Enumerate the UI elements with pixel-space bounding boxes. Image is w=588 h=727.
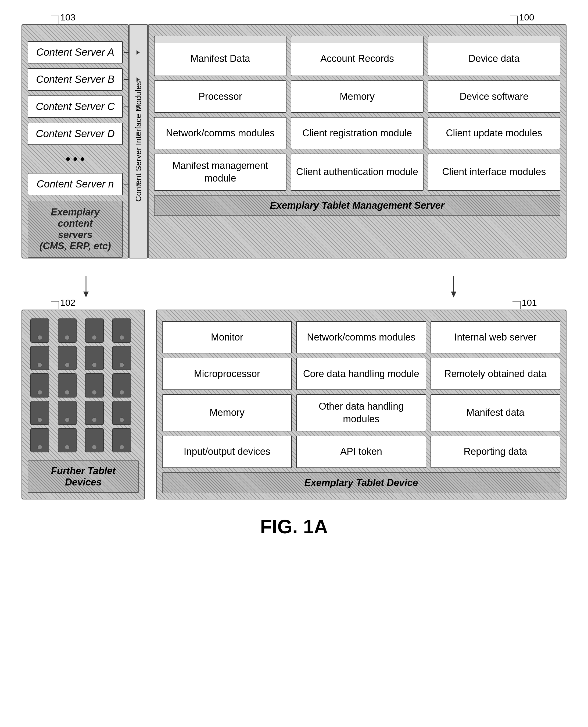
cell-client-interface: Client interface modules [428,154,560,191]
tablet-icon-13 [30,401,49,425]
bottom-row: 102 [21,302,567,500]
cell-client-auth: Client authentication module [291,154,423,191]
ref-101-label: 101 [512,298,537,308]
tablet-icon-14 [58,401,77,425]
ref-102-label: 102 [51,298,76,308]
cell-memory-td: Memory [162,394,292,431]
cell-reporting-data: Reporting data [430,436,560,468]
cell-device-software: Device software [428,80,560,113]
diagram-container: 103 Content Server A Content Server B Co… [21,16,567,538]
tablet-icon-5 [30,346,49,370]
cell-account-records: Account Records [291,36,423,76]
tms-grid: Manifest Data Account Records Device dat… [154,36,560,191]
cell-client-registration: Client registration module [291,117,423,149]
tms-label: Exemplary Tablet Management Server [154,195,560,216]
tablet-icon-10 [58,373,77,398]
arrow-to-102 [81,276,91,298]
tablet-icon-12 [112,373,131,398]
cell-manifest-data: Manifest Data [154,36,287,76]
tablet-device-box: Monitor Network/comms modules Internal w… [156,309,567,500]
cell-memory-tms: Memory [291,80,423,113]
server-list: Content Server A Content Server B Conten… [28,41,123,195]
cell-network-comms-tms: Network/comms modules [154,117,287,149]
svg-marker-1 [83,291,89,298]
server-item-a: Content Server A [28,41,123,63]
svg-marker-3 [451,291,456,298]
ref-103-label: 103 [51,12,76,23]
tablet-icon-3 [85,319,104,343]
cell-device-data: Device data [428,36,560,76]
tablet-icon-16 [112,401,131,425]
tablet-icon-20 [112,428,131,452]
tablet-icon-6 [58,346,77,370]
cell-io-devices: Input/output devices [162,436,292,468]
tablet-icon-1 [30,319,49,343]
server-item-b: Content Server B [28,68,123,90]
cell-other-data-handling: Other data handling modules [296,394,426,431]
content-servers-box: Content Server A Content Server B Conten… [21,24,129,259]
cell-remotely-obtained-data: Remotely obtained data [430,358,560,390]
tablet-icon-11 [85,373,104,398]
tablet-icon-2 [58,319,77,343]
tablet-icon-grid [28,316,139,458]
fig-label: FIG. 1A [21,516,567,538]
cell-network-comms-td: Network/comms modules [296,321,426,354]
further-tablets-label: Further Tablet Devices [28,461,139,493]
cell-api-token: API token [296,436,426,468]
tablet-icon-9 [30,373,49,398]
cell-monitor: Monitor [162,321,292,354]
server-item-c: Content Server C [28,96,123,118]
tms-box: Manifest Data Account Records Device dat… [148,24,567,259]
csim-connector: Content Server Interface Modules [129,24,148,259]
arrow-to-101 [448,276,459,298]
tablet-icon-17 [30,428,49,452]
cell-manifest-mgmt: Manifest management module [154,154,287,191]
cell-client-update: Client update modules [428,117,560,149]
cell-internal-web-server: Internal web server [430,321,560,354]
cell-manifest-data-td: Manifest data [430,394,560,431]
tablet-icon-18 [58,428,77,452]
server-item-d: Content Server D [28,123,123,145]
server-item-n: Content Server n [28,173,123,195]
ref-100-label: 100 [510,12,534,23]
dots-separator: • • • [28,150,123,168]
tablet-icon-4 [112,319,131,343]
cell-core-data-handling: Core data handling module [296,358,426,390]
cell-microprocessor: Microprocessor [162,358,292,390]
tablet-icon-15 [85,401,104,425]
csim-label: Content Server Interface Modules [129,24,148,259]
further-tablets-box: Further Tablet Devices [21,309,145,500]
connectors-row [21,275,567,299]
tablet-icon-19 [85,428,104,452]
tablet-icon-8 [112,346,131,370]
tablet-icon-7 [85,346,104,370]
tablet-device-grid: Monitor Network/comms modules Internal w… [162,321,560,468]
cell-processor: Processor [154,80,287,113]
exemplary-content-label: Exemplary content servers (CMS, ERP, etc… [28,201,123,258]
tablet-device-label: Exemplary Tablet Device [162,472,560,493]
